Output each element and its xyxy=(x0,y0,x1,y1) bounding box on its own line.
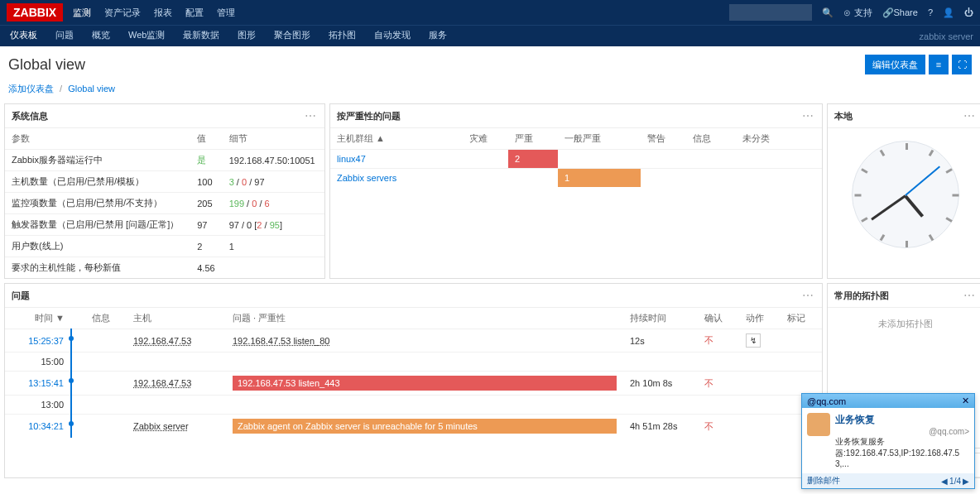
problem-row: 13:00 xyxy=(5,396,822,415)
breadcrumb-current[interactable]: Global view xyxy=(68,84,115,94)
sub-nav: 仪表板 问题 概览 Web监测 最新数据 图形 聚合图形 拓扑图 自动发现 服务 xyxy=(7,24,920,48)
problem-cell[interactable]: 192.168.47.53 listen_80 xyxy=(226,329,623,353)
ack-link[interactable]: 不 xyxy=(698,372,739,396)
delete-mail-link[interactable]: 删除邮件 xyxy=(807,475,840,482)
time-label: 15:00 xyxy=(5,353,71,372)
problems-table: 时间 ▼ 信息 主机 问题 · 严重性 持续时间 确认 动作 标记 15:25:… xyxy=(5,308,822,438)
col-duration: 持续时间 xyxy=(623,308,698,329)
sysinfo-row: 触发器数量（已启用/已禁用 [问题/正常]）9797 / 0 [2 / 95] xyxy=(5,214,324,236)
server-label: zabbix server xyxy=(920,31,973,41)
close-icon[interactable]: ✕ xyxy=(962,396,969,406)
action-icon[interactable]: ↯ xyxy=(746,333,761,348)
subnav-dashboard[interactable]: 仪表板 xyxy=(7,24,41,48)
value-cell: 4.56 xyxy=(190,257,222,279)
subnav-graphs[interactable]: 图形 xyxy=(234,24,259,48)
widget-menu-icon[interactable]: ⋯ xyxy=(305,109,318,122)
host-link[interactable]: 192.168.47.53 xyxy=(127,329,226,353)
nav-inventory[interactable]: 资产记录 xyxy=(104,7,141,19)
search-icon[interactable]: 🔍 xyxy=(822,7,833,18)
subbar: 仪表板 问题 概览 Web监测 最新数据 图形 聚合图形 拓扑图 自动发现 服务… xyxy=(0,25,980,46)
subnav-problems[interactable]: 问题 xyxy=(52,24,77,48)
edit-dashboard-button[interactable]: 编辑仪表盘 xyxy=(865,55,925,74)
host-link[interactable]: 192.168.47.53 xyxy=(127,372,226,396)
sysinfo-title: 系统信息 xyxy=(12,110,305,122)
detail-cell: 1 xyxy=(223,236,324,257)
subnav-screens[interactable]: 聚合图形 xyxy=(271,24,314,48)
subnav-services[interactable]: 服务 xyxy=(425,24,450,48)
prev-icon[interactable]: ◀ xyxy=(941,477,948,483)
param-cell: 监控项数量（已启用/已禁用/不支持） xyxy=(5,193,190,214)
popup-line2: 器:192.168.47.53,IP:192.168.47.53,... xyxy=(835,448,969,468)
sev-high-count[interactable]: 2 xyxy=(508,150,558,168)
sysinfo-row: 用户数(线上)21 xyxy=(5,236,324,257)
ack-link[interactable]: 不 xyxy=(698,329,739,353)
nav-config[interactable]: 配置 xyxy=(185,7,204,19)
problem-cell[interactable]: 192.168.47.53 listen_443 xyxy=(226,372,623,396)
logo[interactable]: ZABBIX xyxy=(7,3,63,22)
popup-sub: @qq.com> xyxy=(835,427,969,436)
info-cell xyxy=(85,372,127,396)
user-icon[interactable]: 👤 xyxy=(943,7,954,18)
nav-admin[interactable]: 管理 xyxy=(217,7,235,19)
subnav-latest[interactable]: 最新数据 xyxy=(180,24,223,48)
subnav-overview[interactable]: 概览 xyxy=(89,24,113,48)
detail-cell: 192.168.47.50:10051 xyxy=(223,150,324,171)
severity-title: 按严重性的问题 xyxy=(337,110,802,122)
logout-icon[interactable]: ⏻ xyxy=(964,7,973,17)
problem-cell[interactable]: Zabbix agent on Zabbix server is unreach… xyxy=(226,415,623,439)
col-warning: 警告 xyxy=(641,128,686,150)
severity-row: linux47 2 xyxy=(330,150,822,169)
search-input[interactable] xyxy=(729,4,812,21)
avatar xyxy=(807,413,830,436)
time-link[interactable]: 10:34:21 xyxy=(5,415,71,439)
tag-cell xyxy=(781,329,822,353)
timeline xyxy=(71,415,85,439)
timeline xyxy=(71,396,85,415)
info-cell xyxy=(85,329,127,353)
top-nav: 监测 资产记录 报表 配置 管理 xyxy=(73,7,729,19)
nav-monitoring[interactable]: 监测 xyxy=(73,7,91,19)
fullscreen-icon[interactable]: ⛶ xyxy=(952,55,972,74)
duration-cell: 12s xyxy=(623,329,698,353)
col-notclassified: 未分类 xyxy=(736,128,822,150)
popup-from: @qq.com xyxy=(807,396,846,406)
favmap-title: 常用的拓扑图 xyxy=(834,290,963,302)
support-link[interactable]: ⊙ 支持 xyxy=(843,7,872,19)
nav-reports[interactable]: 报表 xyxy=(154,7,172,19)
col-host: 主机 xyxy=(127,308,226,329)
hostgroup-link[interactable]: linux47 xyxy=(330,150,463,169)
problem-row: 15:00 xyxy=(5,353,822,372)
duration-cell: 4h 51m 28s xyxy=(623,415,698,439)
detail-cell: 199 / 0 / 6 xyxy=(223,193,324,214)
widget-menu-icon[interactable]: ⋯ xyxy=(802,109,815,122)
subnav-discovery[interactable]: 自动发现 xyxy=(371,24,414,48)
share-link[interactable]: 🔗Share xyxy=(882,7,918,18)
widget-menu-icon[interactable]: ⋯ xyxy=(802,289,815,302)
col-info: 信息 xyxy=(686,128,736,150)
hostgroup-link[interactable]: Zabbix servers xyxy=(330,169,463,188)
col-detail: 细节 xyxy=(223,128,324,150)
value-cell: 100 xyxy=(190,171,222,193)
timeline xyxy=(71,329,85,353)
col-hostgroup[interactable]: 主机群组 ▲ xyxy=(330,128,463,150)
clock-face xyxy=(852,141,959,248)
subnav-web[interactable]: Web监测 xyxy=(125,24,168,48)
favmap-empty: 未添加拓扑图 xyxy=(828,308,980,340)
host-link[interactable]: Zabbix server xyxy=(127,415,226,439)
sev-avg-count[interactable]: 1 xyxy=(558,169,641,187)
time-link[interactable]: 15:25:37 xyxy=(5,329,71,353)
widget-menu-icon[interactable]: ⋯ xyxy=(963,289,977,302)
col-time[interactable]: 时间 ▼ xyxy=(5,308,71,329)
detail-cell xyxy=(223,257,324,279)
breadcrumb-root[interactable]: 添加仪表盘 xyxy=(8,84,54,94)
time-link[interactable]: 13:15:41 xyxy=(5,372,71,396)
subnav-maps[interactable]: 拓扑图 xyxy=(325,24,359,48)
widget-menu-icon[interactable]: ⋯ xyxy=(963,109,977,122)
help-icon[interactable]: ? xyxy=(928,7,933,17)
severity-row: Zabbix servers 1 xyxy=(330,169,822,188)
ack-link[interactable]: 不 xyxy=(698,415,739,439)
menu-icon[interactable]: ≡ xyxy=(929,55,949,74)
sysinfo-table: 参数 值 细节 Zabbix服务器端运行中是192.168.47.50:1005… xyxy=(5,128,324,278)
next-icon[interactable]: ▶ xyxy=(963,477,969,483)
second-hand xyxy=(905,166,940,196)
